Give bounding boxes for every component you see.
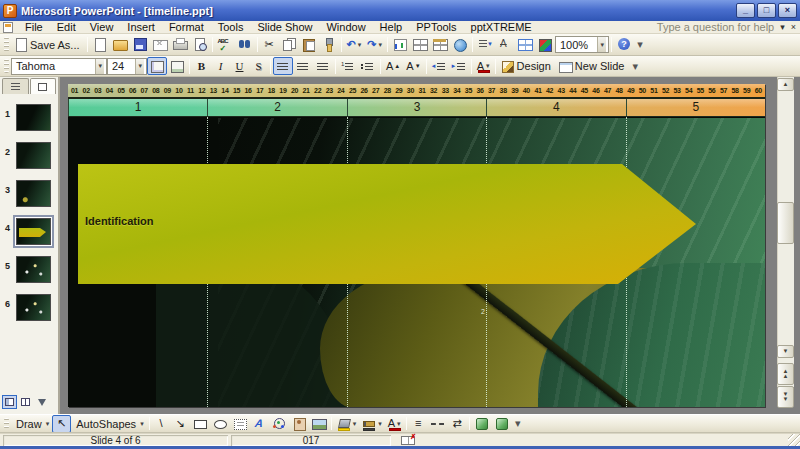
font-color-button[interactable]: A▾ [474, 57, 493, 75]
help-button[interactable] [614, 36, 634, 54]
slide-thumbnail[interactable]: 4 [0, 215, 58, 253]
slide-thumbnail-image[interactable] [16, 104, 51, 131]
slide-thumbnail-image[interactable] [16, 294, 51, 321]
increase-indent-button[interactable] [449, 57, 469, 75]
drawing-toolbar-grip[interactable] [4, 418, 9, 430]
addin-green-button-1[interactable] [472, 415, 492, 433]
research-button[interactable] [235, 36, 255, 54]
color-grayscale-button[interactable] [535, 36, 555, 54]
timeline-section[interactable]: 2 [207, 99, 346, 116]
timeline-arrow-shape[interactable]: Identification [78, 164, 696, 284]
question-dropdown-icon[interactable]: ▾ [780, 22, 785, 33]
font-size-combo[interactable]: 24▾ [107, 58, 147, 75]
scrollbar-thumb[interactable] [777, 202, 794, 244]
insert-chart-button[interactable] [390, 36, 410, 54]
menu-item[interactable]: Slide Show [250, 21, 319, 33]
spelling-status-icon[interactable] [401, 436, 415, 445]
slide-thumbnail[interactable]: 3 [0, 177, 58, 215]
standard-toolbar-grip[interactable] [4, 37, 9, 52]
print-preview-button[interactable] [190, 36, 210, 54]
menu-item[interactable]: Insert [120, 21, 162, 33]
menu-item[interactable]: PPTools [409, 21, 463, 33]
addin-green-button-2[interactable] [492, 415, 512, 433]
slide-sorter-view-button[interactable] [18, 395, 33, 409]
new-slide-button[interactable]: New Slide [556, 57, 630, 75]
tab-outline[interactable] [2, 78, 29, 94]
line-button[interactable]: \ [152, 415, 171, 433]
slide-thumbnail-image[interactable] [16, 180, 51, 207]
maximize-button[interactable]: □ [757, 3, 776, 18]
redo-button[interactable]: ↷▾ [364, 36, 385, 54]
timeline-section[interactable]: 4 [486, 99, 625, 116]
expand-all-button[interactable] [475, 36, 495, 54]
menu-item[interactable]: Window [319, 21, 372, 33]
autoshapes-menu-button[interactable]: AutoShapes▾ [71, 415, 146, 433]
document-close-icon[interactable]: × [791, 22, 796, 33]
decrease-font-size-button[interactable]: A [403, 57, 423, 75]
open-button[interactable] [110, 36, 130, 54]
previous-slide-button[interactable]: ▲▲ [777, 363, 794, 385]
arrow-style-button[interactable]: ⇄ [448, 415, 467, 433]
align-right-button[interactable] [313, 57, 333, 75]
timeline-section[interactable]: 3 [347, 99, 486, 116]
scroll-down-button[interactable]: ▼ [777, 345, 794, 358]
timeline-section[interactable]: 5 [626, 99, 765, 116]
slide-thumbnail[interactable]: 6 [0, 291, 58, 329]
insert-hyperlink-button[interactable] [450, 36, 470, 54]
paste-button[interactable] [299, 36, 319, 54]
rectangle-button[interactable] [190, 415, 210, 433]
menu-item[interactable]: View [83, 21, 121, 33]
show-grid-button[interactable] [515, 36, 535, 54]
draw-menu-button[interactable]: Draw▾ [11, 415, 52, 433]
italic-button[interactable]: I [211, 57, 230, 75]
menu-item[interactable]: Format [162, 21, 211, 33]
design-button[interactable]: Design [498, 57, 556, 75]
wordart-button[interactable]: A [250, 415, 269, 433]
slide-thumbnail[interactable]: 2 [0, 139, 58, 177]
font-color-button-2[interactable]: A▾ [385, 415, 404, 433]
select-objects-button[interactable]: ↖ [52, 415, 71, 433]
tab-slides[interactable] [30, 78, 57, 94]
tables-and-borders-button[interactable] [430, 36, 450, 54]
print-button[interactable] [170, 36, 190, 54]
slide-canvas[interactable]: 0102030405060708091011121314151617181920… [68, 84, 765, 407]
format-painter-button[interactable] [319, 36, 339, 54]
align-center-button[interactable] [293, 57, 313, 75]
increase-font-size-button[interactable]: A [383, 57, 403, 75]
spelling-button[interactable] [215, 36, 235, 54]
addin-shadow-settings-button[interactable] [147, 57, 167, 75]
insert-picture-button[interactable] [309, 415, 329, 433]
type-question-box[interactable]: Type a question for help [657, 21, 774, 33]
copy-button[interactable] [279, 36, 299, 54]
numbering-button[interactable] [338, 57, 358, 75]
underline-button[interactable]: U [230, 57, 249, 75]
text-box-button[interactable] [230, 415, 250, 433]
undo-button[interactable]: ↶▾ [344, 36, 365, 54]
menu-item[interactable]: pptXTREME [464, 21, 539, 33]
oval-button[interactable] [210, 415, 230, 433]
normal-view-button[interactable] [2, 395, 17, 409]
align-left-button[interactable] [273, 57, 293, 75]
decrease-indent-button[interactable] [429, 57, 449, 75]
cut-button[interactable]: ✂ [260, 36, 279, 54]
dash-style-button[interactable] [428, 415, 448, 433]
fill-color-button[interactable]: ▾ [334, 415, 360, 433]
bold-button[interactable]: B [192, 57, 211, 75]
slide-thumbnail-image[interactable] [16, 142, 51, 169]
scroll-up-button[interactable]: ▲ [777, 78, 794, 91]
timeline-sections-bar[interactable]: 12345 [68, 99, 765, 117]
save-button[interactable] [130, 36, 150, 54]
toolbar-options-button[interactable]: ▾ [634, 36, 646, 54]
menu-item[interactable]: Tools [211, 21, 251, 33]
slide-thumbnail-image[interactable] [16, 256, 51, 283]
line-color-button[interactable]: ▾ [359, 415, 385, 433]
formatting-toolbar-grip[interactable] [4, 59, 9, 73]
slide-thumbnail-image[interactable] [16, 218, 51, 245]
mail-button[interactable] [150, 36, 170, 54]
addin-frame-settings-button[interactable] [167, 57, 187, 75]
text-shadow-button[interactable]: S [249, 57, 268, 75]
insert-table-button[interactable] [410, 36, 430, 54]
menu-item[interactable]: Help [373, 21, 410, 33]
timeline-section[interactable]: 1 [68, 99, 207, 116]
clip-art-button[interactable] [289, 415, 309, 433]
